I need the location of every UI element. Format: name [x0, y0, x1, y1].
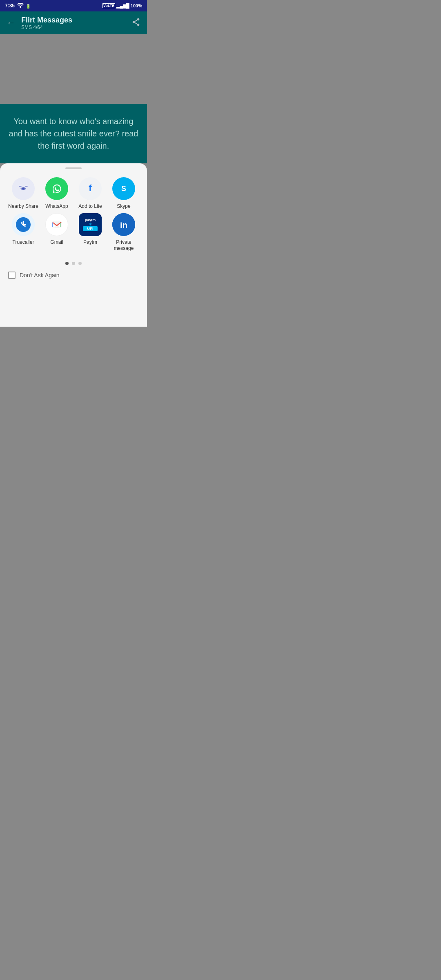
app-item-nearby-share[interactable]: Nearby Share: [7, 177, 40, 210]
volte-indicator: VoLTE: [102, 3, 115, 8]
svg-line-4: [135, 22, 137, 24]
sheet-handle: [65, 167, 82, 169]
dont-ask-label: Don't Ask Again: [20, 272, 60, 278]
app-item-add-to-lite[interactable]: f Add to Lite: [74, 177, 107, 210]
status-bar: 7:35 🔋 VoLTE ▂▄▆█ 100%: [0, 0, 147, 11]
status-left: 7:35 🔋: [5, 3, 31, 9]
svg-point-2: [133, 21, 135, 23]
message-card: You want to know who's amazing and has t…: [0, 104, 147, 163]
svg-point-1: [137, 18, 140, 20]
dont-ask-checkbox[interactable]: [8, 272, 16, 279]
skype-label: Skype: [117, 203, 130, 210]
nearby-share-label: Nearby Share: [8, 203, 38, 210]
app-item-skype[interactable]: S Skype: [107, 177, 140, 210]
dont-ask-again-row[interactable]: Don't Ask Again: [0, 272, 147, 285]
status-time: 7:35: [5, 3, 15, 9]
gmail-label: Gmail: [50, 239, 63, 246]
svg-text:in: in: [120, 220, 127, 229]
whatsapp-label: WhatsApp: [45, 203, 68, 210]
svg-text:से: से: [89, 223, 92, 226]
app-subtitle: SMS 4/64: [21, 24, 131, 30]
whatsapp-icon: [45, 177, 68, 200]
status-icons: 🔋: [16, 3, 31, 9]
private-message-icon: in: [112, 213, 135, 236]
message-text: You want to know who's amazing and has t…: [8, 115, 139, 152]
add-to-lite-icon: f: [79, 177, 102, 200]
status-right: VoLTE ▂▄▆█ 100%: [102, 3, 142, 9]
app-item-whatsapp[interactable]: WhatsApp: [40, 177, 74, 210]
svg-text:UPI: UPI: [87, 227, 93, 231]
private-message-label: Private message: [107, 239, 140, 252]
svg-text:f: f: [89, 183, 92, 193]
share-sheet: Nearby Share WhatsApp f Add: [0, 163, 147, 327]
svg-text:S: S: [121, 185, 126, 193]
pagination: [0, 262, 147, 265]
svg-point-3: [137, 23, 140, 25]
pagination-dot-3: [78, 262, 82, 265]
truecaller-icon: [12, 213, 35, 236]
paytm-icon: paytm से UPI: [79, 213, 102, 236]
battery-percent: 100%: [131, 3, 142, 8]
paytm-label: Paytm: [83, 239, 97, 246]
title-area: Flirt Messages SMS 4/64: [21, 16, 131, 30]
signal-bars: ▂▄▆█: [116, 3, 129, 9]
app-bar: ← Flirt Messages SMS 4/64: [0, 11, 147, 34]
app-title: Flirt Messages: [21, 16, 131, 24]
share-button[interactable]: [131, 18, 140, 29]
app-item-truecaller[interactable]: Truecaller: [7, 213, 40, 252]
apps-grid: Nearby Share WhatsApp f Add: [0, 177, 147, 258]
nearby-share-icon: [12, 177, 35, 200]
main-content: You want to know who's amazing and has t…: [0, 34, 147, 163]
svg-point-6: [22, 188, 24, 190]
app-item-gmail[interactable]: Gmail: [40, 213, 74, 252]
app-item-paytm[interactable]: paytm से UPI Paytm: [74, 213, 107, 252]
add-to-lite-label: Add to Lite: [78, 203, 102, 210]
gmail-icon: [45, 213, 68, 236]
svg-text:paytm: paytm: [85, 218, 96, 222]
skype-icon: S: [112, 177, 135, 200]
app-item-private-message[interactable]: in Private message: [107, 213, 140, 252]
pagination-dot-1: [65, 262, 69, 265]
svg-point-0: [20, 6, 21, 8]
truecaller-label: Truecaller: [13, 239, 34, 246]
pagination-dot-2: [72, 262, 75, 265]
back-button[interactable]: ←: [7, 18, 16, 28]
svg-line-5: [135, 20, 137, 21]
